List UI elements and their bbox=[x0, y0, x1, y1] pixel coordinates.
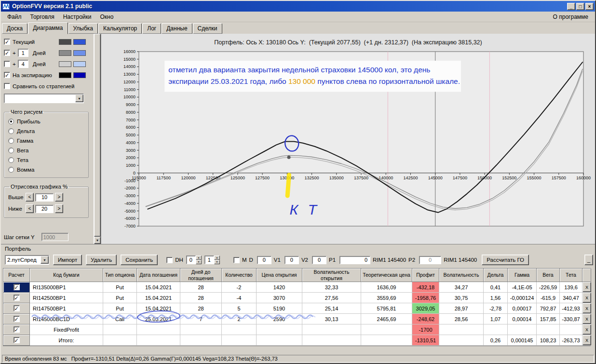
field-input-V2[interactable]: 0 bbox=[312, 256, 326, 264]
series-checkbox-0[interactable]: ✓ bbox=[4, 39, 10, 45]
color-swatch[interactable] bbox=[73, 39, 86, 45]
column-header-7: Волатильность открытия bbox=[302, 269, 361, 282]
combo-arrow-icon[interactable]: ▼ bbox=[75, 94, 83, 102]
dh-spinner-value[interactable]: 0 bbox=[186, 256, 196, 264]
tab-0[interactable]: Доска bbox=[2, 23, 27, 34]
radio-1[interactable] bbox=[8, 128, 14, 134]
scrollbar-thumb[interactable] bbox=[94, 34, 101, 237]
row-3-profit: -248,62 bbox=[412, 314, 439, 324]
spinner-up-icon[interactable]: ▲ bbox=[214, 256, 220, 260]
maximize-button[interactable]: □ bbox=[576, 3, 584, 10]
p1-input[interactable]: 0 bbox=[339, 256, 370, 264]
menu-item-2[interactable]: Настройки bbox=[59, 12, 96, 22]
days-input-1[interactable]: 1 bbox=[18, 49, 28, 57]
plus-label: + bbox=[13, 50, 16, 56]
dh-spinner-value[interactable]: 1 bbox=[204, 256, 214, 264]
color-swatch[interactable] bbox=[59, 39, 71, 45]
compare-strategy-checkbox[interactable] bbox=[4, 83, 10, 89]
spinner-down-icon[interactable]: ▼ bbox=[214, 260, 220, 264]
decrease-button[interactable]: < bbox=[26, 204, 34, 213]
tab-5[interactable]: Данные bbox=[162, 23, 192, 34]
strategy-combo[interactable]: ▼ bbox=[4, 94, 84, 103]
row-0-checkbox[interactable]: ✓ bbox=[14, 284, 20, 290]
close-button[interactable]: × bbox=[585, 3, 594, 10]
row-3-calc-cell[interactable]: ✓ bbox=[3, 314, 30, 324]
tab-3[interactable]: Калькулятор bbox=[98, 23, 142, 34]
import-button[interactable]: Импорт bbox=[53, 255, 82, 265]
tab-6[interactable]: Сделки bbox=[193, 23, 222, 34]
menu-item-1[interactable]: Торговля bbox=[26, 12, 59, 22]
scroll-down-icon[interactable]: ▼ bbox=[94, 237, 101, 244]
row-5-delete-button[interactable]: X bbox=[582, 335, 591, 345]
radio-5[interactable] bbox=[8, 167, 14, 173]
field-input-D[interactable]: 0 bbox=[257, 256, 271, 264]
menu-item-0[interactable]: Файл bbox=[3, 12, 26, 22]
row-1-calc-cell[interactable]: ✓ bbox=[3, 293, 30, 303]
row-0-calc-cell[interactable]: ✓ bbox=[3, 282, 30, 293]
row-2-checkbox[interactable]: ✓ bbox=[14, 305, 20, 311]
spinner-up-icon[interactable]: ▲ bbox=[196, 256, 202, 260]
minimize-button[interactable]: _ bbox=[567, 3, 575, 10]
row-1-vol: 30,75 bbox=[439, 293, 484, 303]
draw-option-row-4: Тета bbox=[8, 155, 85, 165]
row-5-checkbox[interactable]: ✓ bbox=[14, 337, 20, 343]
tab-strip: ДоскаДиаграммаУлыбкаКалькуляторЛогДанные… bbox=[1, 22, 595, 34]
row-1-delete-button[interactable]: X bbox=[582, 293, 591, 303]
row-1-checkbox[interactable]: ✓ bbox=[14, 295, 20, 301]
days-input-2[interactable]: 4 bbox=[18, 60, 28, 68]
row-4-checkbox[interactable]: ✓ bbox=[14, 326, 20, 333]
toolbar-extra-button[interactable]: _ bbox=[584, 255, 593, 265]
p2-input[interactable]: 0 bbox=[419, 256, 441, 264]
radio-0[interactable] bbox=[8, 119, 14, 124]
row-2-delete-button[interactable]: X bbox=[582, 303, 591, 313]
left-panel-scrollbar[interactable]: ▼ bbox=[94, 34, 101, 244]
color-swatch[interactable] bbox=[73, 50, 86, 56]
column-header-9: Профит bbox=[412, 269, 439, 282]
preset-combo[interactable]: 2.путСпред ▼ bbox=[5, 255, 49, 265]
row-2-calc-cell[interactable]: ✓ bbox=[3, 303, 30, 314]
radio-2[interactable] bbox=[8, 138, 14, 144]
menu-about[interactable]: О программе bbox=[548, 12, 593, 22]
field-input-V1[interactable]: 0 bbox=[284, 256, 299, 264]
spinner-down-icon[interactable]: ▼ bbox=[196, 260, 202, 264]
row-1-type: Put bbox=[103, 293, 137, 303]
m-checkbox[interactable] bbox=[233, 257, 240, 263]
increase-button[interactable]: > bbox=[55, 193, 63, 202]
radio-3[interactable] bbox=[8, 148, 14, 153]
tab-1[interactable]: Диаграмма bbox=[28, 22, 68, 34]
tab-4[interactable]: Лог bbox=[142, 23, 161, 34]
tab-2[interactable]: Улыбка bbox=[68, 23, 98, 34]
combo-arrow-icon[interactable]: ▼ bbox=[41, 256, 49, 264]
svg-text:115000: 115000 bbox=[132, 175, 146, 180]
column-header-4: Дней до погашения bbox=[180, 269, 222, 282]
row-0-delete-button[interactable]: X bbox=[582, 282, 591, 292]
series-checkbox-1[interactable]: ✓ bbox=[4, 50, 10, 56]
row-3-delete-button[interactable]: X bbox=[582, 314, 591, 324]
row-5-calc-cell[interactable]: ✓ bbox=[3, 335, 30, 346]
render-value-input[interactable]: 10 bbox=[35, 193, 54, 202]
menu-item-3[interactable]: Окно bbox=[96, 12, 118, 22]
preset-combo-value: 2.путСпред bbox=[7, 257, 37, 263]
series-checkbox-3[interactable]: ✓ bbox=[4, 72, 10, 78]
row-4-calc-cell[interactable]: ✓ bbox=[3, 324, 30, 335]
delete-button[interactable]: Удалить bbox=[86, 255, 117, 265]
color-swatch[interactable] bbox=[59, 72, 71, 78]
dh-checkbox[interactable] bbox=[166, 257, 173, 263]
row-4-delete-button[interactable]: X bbox=[582, 324, 591, 335]
row-5-days bbox=[180, 335, 222, 346]
save-button[interactable]: Сохранить bbox=[121, 255, 158, 265]
calc-go-button[interactable]: Рассчитать ГО bbox=[482, 255, 529, 265]
increase-button[interactable]: > bbox=[55, 204, 63, 213]
color-swatch[interactable] bbox=[73, 61, 86, 67]
render-value-input[interactable]: 20 bbox=[35, 205, 54, 213]
title-bar[interactable]: OptionFVV версия 2.1 public _ □ × bbox=[1, 1, 595, 12]
decrease-button[interactable]: < bbox=[26, 193, 34, 202]
color-swatch[interactable] bbox=[59, 50, 71, 56]
color-swatch[interactable] bbox=[73, 72, 86, 78]
row-3-checkbox[interactable]: ✓ bbox=[14, 316, 20, 322]
series-checkbox-2[interactable] bbox=[4, 61, 10, 67]
color-swatch[interactable] bbox=[59, 61, 71, 67]
grid-step-input[interactable]: 1000 bbox=[41, 233, 68, 241]
row-3-theta: -330,87 bbox=[560, 314, 582, 324]
radio-4[interactable] bbox=[8, 157, 14, 163]
